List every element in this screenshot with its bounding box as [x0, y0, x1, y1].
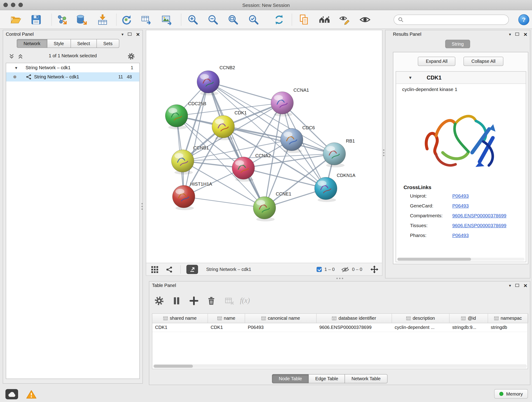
float-panel-icon[interactable] [515, 32, 519, 36]
collapse-collection-icon[interactable]: ▼ [14, 66, 18, 70]
float-panel-icon[interactable] [515, 284, 519, 287]
table-cell[interactable]: P06493 [245, 323, 317, 332]
zoom-out-button[interactable] [206, 12, 220, 27]
table-cell[interactable]: CDK1 [208, 323, 245, 332]
detach-view-button[interactable] [186, 265, 198, 274]
search-input[interactable] [406, 17, 504, 22]
edge-table-tab[interactable]: Edge Table [308, 374, 345, 383]
scrollbar-thumb[interactable] [154, 365, 193, 368]
selected-checkbox[interactable] [317, 267, 322, 272]
function-builder-button[interactable]: f(x) [240, 296, 250, 305]
expand-all-button[interactable]: Expand All [418, 57, 455, 66]
network-row-selected[interactable]: String Network – cdk1 11 48 [6, 72, 139, 82]
table-options-button[interactable] [154, 295, 165, 306]
cloud-status-button[interactable] [6, 389, 18, 399]
add-column-button[interactable] [189, 295, 200, 306]
search-box[interactable] [394, 15, 509, 25]
close-panel-icon[interactable]: × [524, 31, 527, 37]
panel-menu-icon[interactable]: ▾ [509, 283, 511, 287]
table-horizontal-scrollbar[interactable] [153, 364, 527, 368]
grid-mode-button[interactable] [151, 263, 158, 276]
network-node-rb1[interactable]: RB1 [323, 138, 355, 167]
table-cell[interactable]: cyclin-dependent ... [392, 323, 450, 332]
network-options-gear-icon[interactable] [127, 53, 135, 60]
column-header-name[interactable]: name [208, 314, 245, 323]
network-table-tab[interactable]: Network Table [345, 374, 387, 383]
network-node-hist1h1a[interactable]: HIST1H1A [172, 182, 212, 210]
delete-table-button-disabled[interactable] [224, 295, 235, 306]
export-image-button[interactable] [159, 12, 174, 27]
column-header-database-identifier[interactable]: database identifier [317, 314, 392, 323]
tab-select[interactable]: Select [70, 39, 97, 48]
network-edge[interactable] [184, 82, 208, 197]
column-header-shared-name[interactable]: shared name [152, 314, 208, 323]
network-canvas[interactable]: CCNB2CCNA1CDC25BCDK1CDC6RB1CCNB1CCNA2CDK… [146, 30, 382, 263]
save-session-button[interactable] [29, 12, 44, 27]
warnings-button[interactable] [26, 389, 37, 399]
zoom-in-button[interactable] [185, 12, 200, 27]
network-edge[interactable] [208, 82, 282, 103]
zoom-selected-button[interactable] [246, 12, 261, 27]
table-row[interactable]: CDK1CDK1P064939606.ENSP00000378699cyclin… [152, 323, 528, 332]
table-cell[interactable]: stringdb:9... [450, 323, 488, 332]
network-node-ccnb2[interactable]: CCNB2 [197, 65, 235, 95]
tab-network[interactable]: Network [17, 39, 47, 48]
help-button[interactable]: ? [519, 14, 530, 25]
left-splitter-handle[interactable] [141, 203, 143, 204]
delete-column-button[interactable] [206, 295, 217, 306]
network-edge[interactable] [208, 82, 264, 208]
open-folder-icon [10, 14, 22, 26]
toggle-annotations-button[interactable] [337, 12, 352, 27]
collapse-gene-icon[interactable]: ▼ [408, 75, 412, 80]
crosslink-link[interactable]: 9606.ENSP00000378699 [452, 213, 506, 218]
new-network-button[interactable] [119, 12, 134, 27]
column-header-namespac[interactable]: namespac [488, 314, 528, 323]
crosslink-link[interactable]: P06493 [452, 193, 469, 198]
crosslink-link[interactable]: P06493 [452, 232, 469, 238]
table-cell[interactable]: 9606.ENSP00000378699 [317, 323, 392, 332]
network-edge[interactable] [184, 197, 265, 208]
network-overview-button[interactable] [166, 263, 173, 276]
network-node-ccna1[interactable]: CCNA1 [271, 88, 309, 116]
open-session-button[interactable] [8, 12, 23, 27]
node-table-tab[interactable]: Node Table [272, 374, 309, 383]
float-panel-icon[interactable] [128, 32, 132, 36]
birdseye-view-button[interactable] [317, 12, 332, 27]
network-node-cdkn1a[interactable]: CDKN1A [315, 173, 355, 202]
crosslink-row: Uniprot:P06493 [396, 191, 526, 201]
close-panel-icon[interactable]: × [524, 282, 527, 288]
collapse-all-button[interactable]: Collapse All [463, 57, 503, 66]
import-table-from-file-button[interactable] [95, 12, 110, 27]
export-table-button[interactable] [139, 12, 153, 27]
network-node-cdc6[interactable]: CDC6 [280, 125, 315, 153]
column-header-id[interactable]: @id [450, 314, 488, 323]
memory-button[interactable]: Memory [494, 389, 528, 399]
panel-menu-icon[interactable]: ▾ [509, 32, 511, 36]
pan-mode-button[interactable] [370, 263, 379, 276]
horizontal-splitter-handle[interactable] [336, 278, 338, 279]
tab-string[interactable]: String [445, 40, 470, 48]
open-documents-button[interactable] [297, 12, 311, 27]
show-columns-button[interactable] [171, 295, 182, 306]
import-network-from-database-button[interactable] [74, 12, 89, 27]
network-collection-row[interactable]: ▼ String Network – cdk1 1 [6, 63, 139, 72]
gene-section-header[interactable]: ▼ CDK1 [396, 72, 526, 84]
column-header-canonical-name[interactable]: canonical name [245, 314, 317, 323]
tab-sets[interactable]: Sets [96, 39, 119, 48]
toggle-graphics-details-button[interactable] [357, 12, 372, 27]
crosslink-link[interactable]: P06493 [452, 203, 469, 208]
network-node-cdk1[interactable]: CDK1 [212, 110, 247, 140]
tab-style[interactable]: Style [47, 39, 71, 48]
zoom-fit-button[interactable] [226, 12, 241, 27]
close-panel-icon[interactable]: × [136, 31, 140, 37]
panel-menu-icon[interactable]: ▾ [121, 32, 123, 36]
crosslink-link[interactable]: 9606.ENSP00000378699 [452, 223, 506, 228]
table-cell[interactable]: stringdb [488, 323, 528, 332]
scrollbar-thumb[interactable] [397, 258, 471, 261]
apply-preferred-layout-button[interactable] [272, 12, 287, 27]
right-splitter-handle[interactable] [383, 149, 385, 151]
table-cell[interactable]: CDK1 [152, 323, 208, 332]
import-network-from-file-button[interactable] [54, 12, 69, 27]
column-header-description[interactable]: description [392, 314, 450, 323]
results-horizontal-scrollbar[interactable] [397, 258, 525, 261]
